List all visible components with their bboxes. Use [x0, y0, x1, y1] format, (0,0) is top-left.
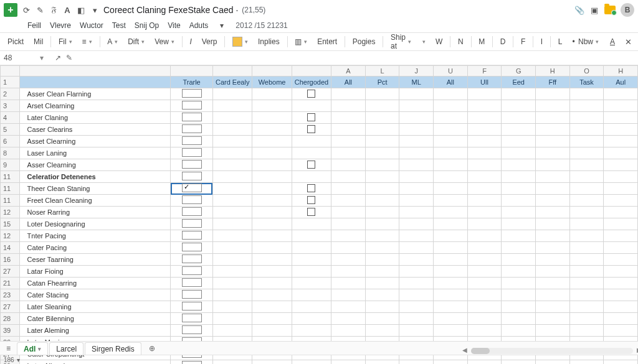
task-label[interactable]: Cater Bilenning — [19, 313, 171, 325]
cell[interactable] — [212, 278, 252, 289]
cell[interactable] — [467, 88, 502, 100]
cell[interactable] — [502, 230, 536, 242]
font-icon[interactable]: 𝔉 — [49, 5, 59, 15]
cell[interactable] — [434, 195, 468, 207]
cell[interactable] — [535, 325, 569, 337]
cell[interactable] — [434, 218, 468, 230]
col-letter[interactable]: O — [569, 66, 604, 77]
col-letter[interactable]: H — [604, 66, 638, 77]
checkbox-icon[interactable] — [307, 90, 315, 98]
cell[interactable] — [604, 100, 638, 112]
task-label[interactable]: Later Claning — [19, 112, 171, 124]
cell[interactable] — [569, 254, 604, 266]
task-label[interactable]: Later Aleming — [19, 325, 171, 337]
reload-icon[interactable]: ⟳ — [21, 5, 31, 15]
menu-view[interactable]: Vlevre — [50, 21, 71, 30]
cell[interactable] — [535, 183, 569, 195]
cell[interactable] — [535, 171, 569, 183]
cell[interactable] — [467, 124, 502, 136]
trade-checkbox[interactable] — [182, 184, 202, 192]
cell[interactable] — [434, 147, 468, 159]
cell[interactable] — [365, 325, 399, 337]
cell[interactable] — [604, 171, 638, 183]
close-icon[interactable]: ✕ — [622, 37, 634, 47]
cell[interactable] — [399, 88, 434, 100]
trade-checkbox[interactable] — [182, 231, 202, 240]
cell[interactable] — [365, 136, 399, 147]
cell[interactable] — [467, 207, 502, 218]
cell[interactable] — [535, 230, 569, 242]
cell[interactable] — [399, 325, 434, 337]
cell[interactable] — [502, 266, 536, 278]
trade-cell[interactable] — [171, 230, 213, 242]
cell[interactable] — [569, 171, 604, 183]
cell[interactable] — [434, 278, 468, 289]
cell[interactable] — [365, 301, 399, 313]
cell[interactable] — [535, 100, 569, 112]
chergoded-cell[interactable] — [292, 301, 331, 313]
trade-checkbox[interactable] — [182, 243, 202, 251]
trade-checkbox[interactable] — [182, 254, 202, 263]
cell[interactable] — [331, 218, 366, 230]
menu-test[interactable]: Test — [112, 21, 126, 30]
tb-pickt[interactable]: Pickt — [4, 36, 27, 47]
col-letter[interactable]: G — [502, 66, 536, 77]
cell[interactable] — [569, 242, 604, 254]
task-label[interactable]: Cater Pacing — [19, 242, 171, 254]
task-label[interactable]: Laser Laning — [19, 147, 171, 159]
trade-checkbox[interactable] — [182, 124, 202, 133]
row-number[interactable]: 2 — [1, 88, 20, 100]
cell[interactable] — [365, 183, 399, 195]
cell[interactable] — [399, 159, 434, 171]
tab-icon[interactable]: ▣ — [589, 5, 599, 15]
cell[interactable] — [467, 313, 502, 325]
trade-checkbox[interactable] — [182, 195, 202, 204]
cell[interactable] — [535, 159, 569, 171]
chergoded-cell[interactable] — [292, 278, 331, 289]
cell[interactable] — [604, 301, 638, 313]
cell[interactable] — [535, 218, 569, 230]
trade-cell[interactable] — [171, 218, 213, 230]
row-number[interactable]: 3 — [1, 100, 20, 112]
menu-dropdown-icon[interactable]: ▾ — [217, 21, 227, 30]
cell[interactable] — [434, 100, 468, 112]
cell[interactable] — [399, 124, 434, 136]
trade-cell[interactable] — [171, 266, 213, 278]
cell[interactable] — [535, 136, 569, 147]
trade-cell[interactable] — [171, 88, 213, 100]
row-number[interactable]: 8 — [1, 147, 20, 159]
cell[interactable] — [252, 171, 292, 183]
row-number[interactable]: 1 — [1, 77, 20, 88]
tb-mil[interactable]: Mil — [30, 36, 47, 47]
chergoded-cell[interactable] — [292, 183, 331, 195]
cell[interactable] — [434, 207, 468, 218]
cell[interactable] — [331, 230, 366, 242]
trade-cell[interactable] — [171, 183, 213, 195]
cell[interactable] — [399, 289, 434, 301]
task-label[interactable]: Catan Fhearring — [19, 278, 171, 289]
row-number[interactable]: 16 — [1, 254, 20, 266]
row-number[interactable]: 9 — [1, 159, 20, 171]
trade-checkbox[interactable] — [182, 160, 202, 169]
cell[interactable] — [569, 124, 604, 136]
cell[interactable] — [604, 112, 638, 124]
cell[interactable] — [252, 195, 292, 207]
cell[interactable] — [252, 147, 292, 159]
chergoded-cell[interactable] — [292, 230, 331, 242]
checkbox-icon[interactable] — [307, 113, 315, 121]
header-c1[interactable]: All — [331, 77, 366, 88]
cell[interactable] — [434, 254, 468, 266]
trade-checkbox[interactable] — [182, 325, 202, 334]
tb-d[interactable]: D — [497, 36, 510, 47]
header-c2[interactable]: Pct — [365, 77, 399, 88]
cell[interactable] — [212, 254, 252, 266]
trade-cell[interactable] — [171, 112, 213, 124]
cell[interactable] — [434, 171, 468, 183]
select-all-corner[interactable] — [1, 66, 20, 77]
chergoded-cell[interactable] — [292, 112, 331, 124]
trade-cell[interactable] — [171, 254, 213, 266]
cell[interactable] — [502, 112, 536, 124]
header-webome[interactable]: Webome — [252, 77, 292, 88]
document-title[interactable]: Coreect Claning FexeStake Caed · — [103, 5, 238, 15]
cell[interactable] — [331, 278, 366, 289]
